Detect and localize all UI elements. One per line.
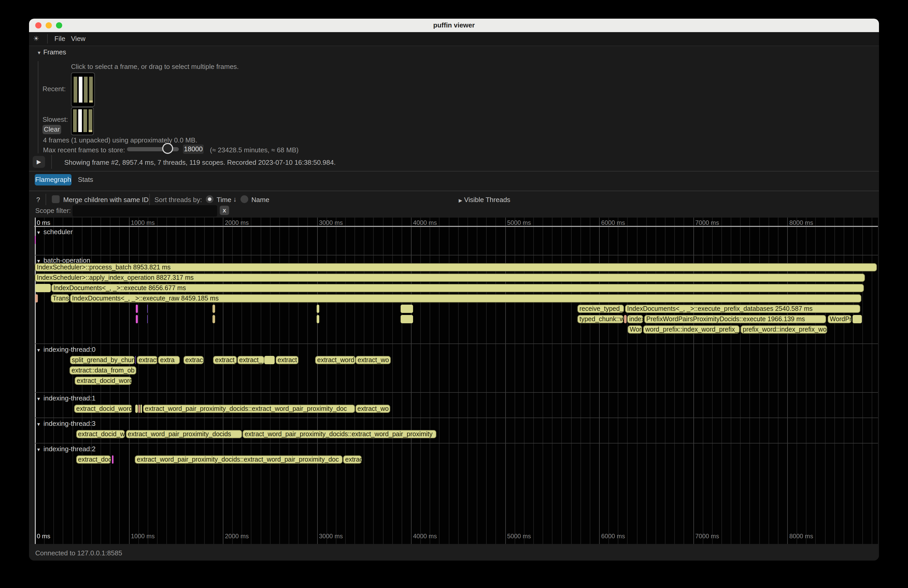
- sort-direction-arrow-icon[interactable]: ↓: [233, 195, 237, 203]
- scope-bar[interactable]: Trans: [50, 294, 69, 302]
- scope-bar[interactable]: extract: [275, 356, 298, 364]
- scope-bar[interactable]: [624, 315, 626, 323]
- merge-children-label: Merge children with same ID: [63, 196, 148, 204]
- max-frames-label: Max recent frames to store:: [43, 146, 125, 154]
- scope-bar[interactable]: extract_docid_word: [76, 430, 125, 438]
- max-frames-slider-knob[interactable]: [162, 143, 173, 154]
- frame-bar[interactable]: [74, 77, 77, 103]
- frame-bar[interactable]: [89, 109, 92, 132]
- scope-bar[interactable]: IndexDocuments<_, _>::execute_raw 8459.1…: [70, 294, 861, 302]
- scope-bar[interactable]: extract_wo: [356, 356, 391, 364]
- scope-bar[interactable]: extract_word: [315, 356, 355, 364]
- scope-bar[interactable]: extract_: [237, 356, 264, 364]
- scope-bar[interactable]: extract: [137, 356, 158, 364]
- tab-stats[interactable]: Stats: [75, 174, 96, 185]
- thread-header[interactable]: ▼scheduler: [36, 228, 73, 236]
- thread-header[interactable]: ▼indexing-thread:3: [36, 419, 96, 427]
- collapse-triangle-icon: ▼: [37, 50, 42, 55]
- clear-frames-button[interactable]: Clear: [42, 125, 61, 134]
- scope-bar[interactable]: [147, 305, 148, 313]
- scope-bar[interactable]: IndexDocuments<_, _>::execute 8656.677 m…: [51, 284, 864, 292]
- scope-bar[interactable]: [264, 356, 275, 364]
- frame-bar[interactable]: [84, 77, 88, 103]
- recent-frames-thumbnail[interactable]: [71, 72, 95, 107]
- scope-bar[interactable]: extract_word_pair_proximity_docids: [126, 430, 242, 438]
- scope-bar[interactable]: extrac: [183, 356, 203, 364]
- scope-bar[interactable]: [138, 405, 140, 413]
- flamegraph-canvas[interactable]: 0 ms0 ms1000 ms1000 ms2000 ms2000 ms3000…: [34, 218, 878, 544]
- scope-bar[interactable]: extract_word_pair_proximity_docids::extr…: [243, 430, 436, 438]
- sort-by-name-radio[interactable]: [240, 195, 248, 203]
- scope-bar[interactable]: extract_doc: [76, 455, 111, 464]
- scope-bar[interactable]: typed_chunk::w: [577, 315, 623, 323]
- scope-bar[interactable]: PrefixWordPairsProximityDocids::execute …: [644, 315, 826, 323]
- scope-bar[interactable]: [213, 315, 215, 323]
- scope-bar[interactable]: [135, 356, 136, 364]
- help-button[interactable]: ?: [36, 196, 40, 204]
- scope-bar[interactable]: [135, 315, 138, 323]
- window-titlebar: puffin viewer: [29, 19, 879, 33]
- thread-header[interactable]: ▼indexing-thread:2: [36, 445, 96, 453]
- scope-bar[interactable]: prefix_word::index_prefix_wo: [741, 325, 827, 334]
- frame-bar-selected[interactable]: [78, 109, 82, 132]
- scope-bar[interactable]: [853, 315, 862, 323]
- menu-view[interactable]: View: [71, 32, 85, 46]
- scope-bar[interactable]: [135, 405, 138, 413]
- scope-bar[interactable]: [400, 315, 413, 323]
- scope-bar[interactable]: [35, 294, 37, 302]
- divider: [46, 194, 46, 205]
- visible-threads-header[interactable]: ▶ Visible Threads: [459, 196, 510, 204]
- merge-children-checkbox[interactable]: [52, 195, 60, 203]
- scope-bar[interactable]: extract_docid_word: [74, 405, 132, 413]
- scope-bar[interactable]: index: [627, 315, 643, 323]
- frame-bar[interactable]: [89, 77, 93, 103]
- scope-bar[interactable]: extract_word_pair_proximity_docids::extr…: [135, 455, 342, 464]
- frames-section-header[interactable]: ▼ Frames: [37, 48, 66, 56]
- menu-divider: [47, 34, 48, 43]
- frame-bar[interactable]: [84, 109, 87, 132]
- scope-bar[interactable]: split_grenad_by_chun: [70, 356, 135, 364]
- play-button[interactable]: ▶: [33, 156, 45, 168]
- scope-bar[interactable]: [317, 305, 319, 313]
- menu-file[interactable]: File: [55, 32, 65, 46]
- axis-tick-label: 2000 ms: [225, 533, 249, 540]
- thread-header[interactable]: ▼indexing-thread:1: [36, 394, 96, 402]
- scope-bar[interactable]: [213, 305, 215, 313]
- scope-bar[interactable]: IndexDocuments<_, _>::execute_prefix_dat…: [625, 305, 860, 313]
- scope-bar[interactable]: [400, 305, 413, 313]
- sort-by-time-radio[interactable]: [206, 195, 214, 203]
- recent-label: Recent:: [42, 85, 66, 93]
- scope-bar[interactable]: [140, 405, 142, 413]
- slowest-frames-thumbnail[interactable]: [71, 107, 94, 135]
- scope-bar[interactable]: [147, 315, 148, 323]
- scope-bar[interactable]: word_prefix::index_word_prefix_: [643, 325, 740, 334]
- frame-bar[interactable]: [73, 109, 77, 132]
- scope-bar[interactable]: IndexScheduler>::process_batch 8953.821 …: [35, 263, 877, 272]
- scope-bar[interactable]: [112, 455, 114, 464]
- frame-bar-selected[interactable]: [79, 77, 82, 103]
- scope-bar[interactable]: receive_typed_: [577, 305, 624, 313]
- scope-bar[interactable]: extrac: [343, 455, 362, 464]
- scope-bar[interactable]: [135, 305, 138, 313]
- scope-bar[interactable]: extract::data_from_ob: [69, 366, 136, 374]
- axis-tick-label: 5000 ms: [507, 533, 531, 540]
- scope-bar[interactable]: [35, 284, 51, 292]
- scope-bar[interactable]: extract_: [213, 356, 237, 364]
- scope-bar[interactable]: [317, 315, 319, 323]
- scope-bar[interactable]: extract_word_pair_proximity_docids::extr…: [143, 405, 355, 413]
- scope-filter-input[interactable]: [72, 205, 217, 217]
- thread-header[interactable]: ▼indexing-thread:0: [36, 345, 96, 353]
- axis-tick-label: 0 ms: [37, 533, 50, 540]
- scope-bar[interactable]: WordPr: [828, 315, 852, 323]
- scope-bar[interactable]: [34, 236, 35, 244]
- scope-label: extract_word: [315, 356, 355, 364]
- scope-bar[interactable]: Word: [628, 325, 642, 334]
- scope-bar[interactable]: extra: [158, 356, 180, 364]
- clear-filter-button[interactable]: x: [220, 206, 229, 215]
- tab-flamegraph[interactable]: Flamegraph: [35, 174, 71, 185]
- max-frames-value[interactable]: 18000: [183, 145, 204, 154]
- scope-bar[interactable]: IndexScheduler>::apply_index_operation 8…: [35, 273, 865, 282]
- scope-bar[interactable]: extract_docid_word: [75, 377, 132, 385]
- scope-bar[interactable]: extract_wo: [355, 405, 390, 413]
- theme-toggle-icon[interactable]: ☀: [33, 32, 39, 46]
